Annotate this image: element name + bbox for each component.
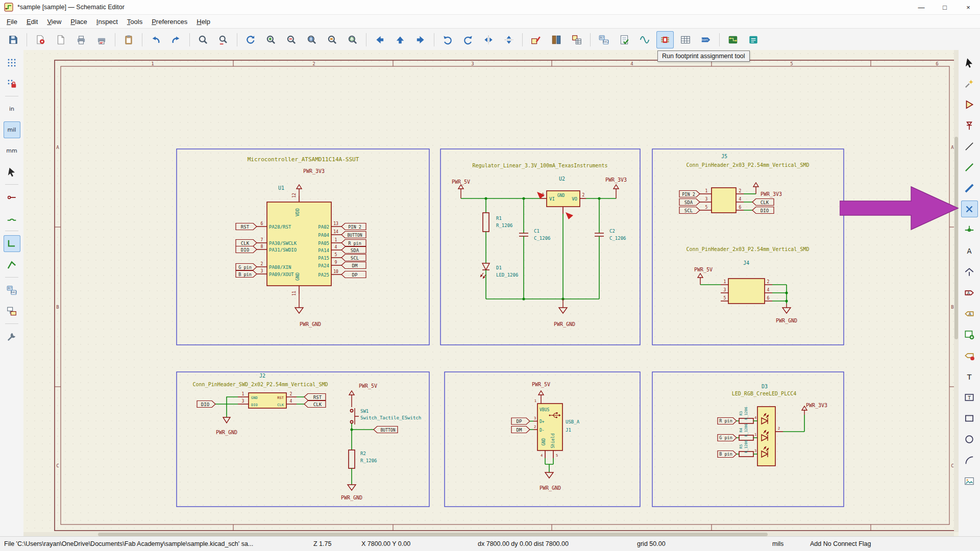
schematic-setup-button[interactable] bbox=[32, 31, 49, 48]
refresh-button[interactable] bbox=[242, 31, 259, 48]
print-button[interactable] bbox=[72, 31, 90, 48]
schematic-editor-window: *sample [sample] — Schematic Editor — □ … bbox=[0, 0, 980, 551]
svg-text:B pin: B pin bbox=[719, 452, 732, 457]
zoom-in-button[interactable] bbox=[262, 31, 280, 48]
add-junction-tool[interactable] bbox=[961, 221, 978, 238]
save-button[interactable] bbox=[5, 31, 22, 48]
find-button[interactable] bbox=[194, 31, 212, 48]
menu-help[interactable]: Help bbox=[192, 16, 215, 27]
menu-edit[interactable]: Edit bbox=[22, 16, 42, 27]
svg-text:B: B bbox=[56, 305, 59, 310]
redo-button[interactable] bbox=[167, 31, 185, 48]
annotate-button[interactable]: R?R42 bbox=[595, 31, 612, 48]
svg-text:CLK: CLK bbox=[313, 402, 322, 407]
menu-inspect[interactable]: Inspect bbox=[92, 16, 122, 27]
maximize-button[interactable]: □ bbox=[933, 0, 957, 14]
zoom-out-button[interactable] bbox=[283, 31, 300, 48]
units-inches-button[interactable]: in bbox=[4, 101, 20, 117]
footprint-assign-button[interactable] bbox=[656, 31, 674, 48]
cursor-shape-button[interactable] bbox=[4, 163, 20, 180]
menu-place[interactable]: Place bbox=[66, 16, 92, 27]
svg-text:R42: R42 bbox=[603, 40, 609, 43]
minimize-button[interactable]: — bbox=[910, 0, 933, 14]
svg-text:GND: GND bbox=[542, 438, 546, 446]
menu-preferences[interactable]: Preferences bbox=[147, 16, 192, 27]
wire-hop-button[interactable] bbox=[4, 210, 20, 227]
zoom-fit-button[interactable] bbox=[303, 31, 321, 48]
add-image-tool[interactable] bbox=[961, 472, 978, 489]
units-mm-button[interactable]: mm bbox=[4, 142, 20, 159]
zoom-objects-button[interactable] bbox=[324, 31, 341, 48]
hidden-pins-button[interactable] bbox=[4, 189, 20, 206]
undo-button[interactable] bbox=[147, 31, 164, 48]
separator bbox=[5, 277, 18, 278]
add-arc-tool[interactable] bbox=[961, 452, 978, 468]
bom-button[interactable]: bom bbox=[697, 31, 715, 48]
highlight-net-tool[interactable] bbox=[961, 75, 978, 92]
paste-button[interactable] bbox=[120, 31, 137, 48]
add-global-label-tool[interactable]: A bbox=[961, 284, 978, 301]
free-angle-button[interactable] bbox=[4, 256, 20, 273]
edit-symbol-button[interactable] bbox=[527, 31, 545, 48]
rotate-cw-button[interactable] bbox=[459, 31, 477, 48]
mirror-v-button[interactable] bbox=[500, 31, 518, 48]
properties-panel-button[interactable] bbox=[4, 328, 20, 345]
svg-text:R_1206: R_1206 bbox=[744, 440, 748, 453]
add-netclass-directive-tool[interactable] bbox=[961, 263, 978, 280]
plot-button[interactable] bbox=[93, 31, 110, 48]
nav-up-button[interactable] bbox=[391, 31, 409, 48]
add-wire-tool[interactable] bbox=[961, 159, 978, 176]
svg-text:6: 6 bbox=[767, 296, 770, 300]
find-replace-button[interactable] bbox=[215, 31, 232, 48]
add-power-tool[interactable] bbox=[961, 117, 978, 134]
add-no-connect-tool[interactable] bbox=[961, 201, 978, 217]
menu-bar: FileEditViewPlaceInspectToolsPreferences… bbox=[0, 15, 980, 29]
add-circle-tool[interactable] bbox=[961, 431, 978, 447]
grid-override-button[interactable] bbox=[4, 75, 20, 92]
section-title: LED_RGB_CreeLED_PLCC4 bbox=[732, 391, 796, 397]
svg-text:PA25: PA25 bbox=[318, 272, 329, 278]
nav-forward-button[interactable] bbox=[412, 31, 429, 48]
units-mils-button[interactable]: mil bbox=[4, 121, 20, 138]
hierarchy-navigator-button[interactable] bbox=[4, 303, 20, 319]
add-rectangle-tool[interactable] bbox=[961, 410, 978, 427]
bom-table-button[interactable] bbox=[677, 31, 694, 48]
horizontal-scrollbar-thumb[interactable] bbox=[98, 533, 768, 536]
symbol-library-browser-button[interactable] bbox=[548, 31, 565, 48]
add-hierarchical-label-tool[interactable]: A bbox=[961, 305, 978, 322]
page-settings-button[interactable] bbox=[52, 31, 69, 48]
erc-button[interactable] bbox=[616, 31, 633, 48]
nav-back-button[interactable] bbox=[371, 31, 388, 48]
add-sheet-tool[interactable] bbox=[961, 326, 978, 343]
zoom-selection-button[interactable] bbox=[344, 31, 361, 48]
svg-text:R_1206: R_1206 bbox=[744, 407, 748, 419]
open-pcb-button[interactable] bbox=[724, 31, 742, 48]
vertical-scrollbar[interactable] bbox=[954, 50, 959, 532]
add-symbol-tool[interactable] bbox=[961, 96, 978, 113]
svg-text:PA09/XOUT: PA09/XOUT bbox=[269, 272, 294, 277]
menu-file[interactable]: File bbox=[2, 16, 22, 27]
draw-line-tool[interactable] bbox=[961, 138, 978, 155]
add-textbox-tool[interactable]: T bbox=[961, 389, 978, 406]
svg-text:2: 2 bbox=[778, 427, 780, 431]
rotate-ccw-button[interactable] bbox=[439, 31, 456, 48]
power-label: PWR_3V3 bbox=[303, 168, 325, 174]
grid-visibility-button[interactable] bbox=[4, 54, 20, 71]
add-text-tool[interactable]: T bbox=[961, 368, 978, 385]
add-bus-tool[interactable] bbox=[961, 180, 978, 196]
svg-text:PWR_5V: PWR_5V bbox=[359, 383, 377, 389]
simulator-button[interactable] bbox=[636, 31, 653, 48]
select-tool[interactable] bbox=[961, 54, 978, 71]
add-label-tool[interactable]: A bbox=[961, 242, 978, 259]
menu-view[interactable]: View bbox=[42, 16, 66, 27]
add-sheet-pin-tool[interactable] bbox=[961, 347, 978, 364]
menu-tools[interactable]: Tools bbox=[122, 16, 147, 27]
vertical-scrollbar-thumb[interactable] bbox=[954, 137, 958, 339]
hv-lines-button[interactable] bbox=[4, 235, 20, 252]
edit-symbol-fields-button[interactable] bbox=[568, 31, 585, 48]
drawing-sheet-editor-button[interactable] bbox=[745, 31, 762, 48]
annotation-visibility-button[interactable]: R?R42 bbox=[4, 282, 20, 298]
schematic-canvas[interactable]: 1 2 3 4 5 6 A B C A B C Microcontroller_… bbox=[23, 50, 959, 537]
mirror-h-button[interactable] bbox=[480, 31, 497, 48]
close-button[interactable]: × bbox=[957, 0, 980, 14]
